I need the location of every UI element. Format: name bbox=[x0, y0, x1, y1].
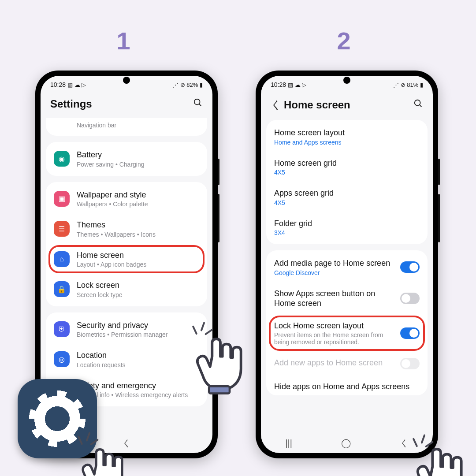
item-subtitle: 3X4 bbox=[274, 229, 420, 236]
item-subtitle: Google Discover bbox=[274, 269, 393, 276]
nav-bar: ||| ◯ く bbox=[261, 433, 433, 453]
home-option-layout[interactable]: Home screen layout Home and Apps screens bbox=[266, 122, 428, 152]
page-header: く Home screen bbox=[261, 93, 433, 120]
item-title: Themes bbox=[77, 220, 199, 230]
settings-item-home-screen[interactable]: ⌂ Home screen Layout • App icon badges bbox=[46, 244, 207, 275]
toggle-lock-layout[interactable] bbox=[400, 327, 420, 339]
item-subtitle: Wallpapers • Color palette bbox=[77, 201, 199, 208]
item-title: Home screen bbox=[77, 250, 199, 260]
tap-spark-icon bbox=[410, 434, 436, 461]
toggle-add-new-apps bbox=[400, 358, 420, 369]
item-title: Location bbox=[77, 350, 199, 361]
settings-item-wallpaper[interactable]: ▣ Wallpaper and style Wallpapers • Color… bbox=[46, 184, 207, 214]
item-title: Lock screen bbox=[77, 280, 199, 290]
item-title: Add new apps to Home screen bbox=[274, 358, 393, 368]
item-subtitle: Prevent items on the Home screen from be… bbox=[274, 331, 393, 346]
page-title: Settings bbox=[50, 98, 190, 110]
home-icon: ⌂ bbox=[54, 251, 70, 267]
gear-icon bbox=[33, 394, 82, 443]
tap-spark-icon bbox=[75, 432, 101, 458]
item-title: Apps screen grid bbox=[274, 188, 420, 198]
battery-icon: ◉ bbox=[54, 151, 70, 167]
settings-item-lock-screen[interactable]: 🔒 Lock screen Screen lock type bbox=[46, 274, 207, 305]
page-header: Settings bbox=[41, 93, 212, 118]
nav-back-icon[interactable]: く bbox=[400, 437, 409, 449]
item-title: Safety and emergency bbox=[77, 381, 199, 391]
item-subtitle: Screen lock type bbox=[77, 291, 199, 298]
item-subtitle: 4X5 bbox=[274, 169, 420, 176]
item-title: Add media page to Home screen bbox=[274, 258, 393, 268]
themes-icon: ☰ bbox=[54, 221, 70, 237]
item-title: Show Apps screen button on Home screen bbox=[274, 289, 393, 309]
nav-recents-icon[interactable]: ||| bbox=[285, 438, 292, 448]
item-title: Battery bbox=[77, 150, 199, 160]
camera-notch bbox=[123, 77, 130, 84]
status-time: 10:28 bbox=[271, 81, 286, 88]
toggle-apps-button[interactable] bbox=[400, 293, 420, 304]
nav-home-icon[interactable]: ◯ bbox=[341, 438, 351, 448]
item-subtitle: 4X5 bbox=[274, 199, 420, 206]
status-icons-right: ⋰ ⊘ 81% ▮ bbox=[393, 82, 423, 88]
item-subtitle: Power saving • Charging bbox=[77, 161, 199, 168]
home-option-hide-apps[interactable]: Hide apps on Home and Apps screens bbox=[266, 376, 428, 394]
status-icons-left: ▧ ☁ ▷ bbox=[288, 82, 306, 88]
lock-icon: 🔒 bbox=[54, 281, 70, 297]
item-subtitle: Location requests bbox=[77, 361, 199, 368]
item-title: Lock Home screen layout bbox=[274, 321, 393, 331]
step-number-1: 1 bbox=[110, 26, 137, 55]
item-title: Home screen layout bbox=[274, 128, 420, 138]
svg-line-1 bbox=[199, 104, 201, 106]
nav-back-icon[interactable]: く bbox=[122, 437, 131, 449]
item-subtitle: Biometrics • Permission manager bbox=[77, 331, 199, 338]
item-subtitle: Layout • App icon badges bbox=[77, 261, 199, 268]
page-title: Home screen bbox=[284, 99, 410, 111]
tap-spark-icon bbox=[190, 322, 216, 348]
screen: 10:28 ▧ ☁ ▷ ⋰ ⊘ 81% ▮ く Home screen Home… bbox=[261, 76, 433, 453]
svg-point-0 bbox=[194, 99, 200, 105]
back-icon[interactable]: く bbox=[271, 98, 284, 112]
item-title: Wallpaper and style bbox=[77, 190, 199, 200]
home-option-add-new-apps[interactable]: Add new apps to Home screen bbox=[266, 352, 428, 376]
step-number-2: 2 bbox=[331, 26, 357, 55]
home-option-lock-layout[interactable]: Lock Home screen layout Prevent items on… bbox=[266, 315, 428, 352]
status-icons-left: ▧ ☁ ▷ bbox=[67, 82, 86, 88]
item-title: Hide apps on Home and Apps screens bbox=[274, 382, 420, 392]
settings-item-navigation-bar[interactable]: Navigation bar bbox=[46, 120, 207, 134]
home-option-media-page[interactable]: Add media page to Home screen Google Dis… bbox=[266, 252, 428, 283]
item-subtitle: Themes • Wallpapers • Icons bbox=[77, 231, 199, 238]
status-time: 10:28 bbox=[50, 81, 66, 88]
search-icon[interactable] bbox=[190, 98, 203, 110]
shield-icon: ⛨ bbox=[54, 321, 70, 337]
status-icons-right: ⋰ ⊘ 82% ▮ bbox=[173, 82, 203, 88]
svg-line-3 bbox=[420, 105, 422, 107]
item-title: Home screen grid bbox=[274, 158, 420, 168]
search-icon[interactable] bbox=[410, 99, 423, 111]
home-option-home-grid[interactable]: Home screen grid 4X5 bbox=[266, 152, 428, 182]
svg-point-2 bbox=[415, 100, 420, 106]
home-option-folder-grid[interactable]: Folder grid 3X4 bbox=[266, 212, 428, 243]
toggle-media-page[interactable] bbox=[400, 261, 420, 273]
home-option-apps-grid[interactable]: Apps screen grid 4X5 bbox=[266, 182, 428, 212]
item-title: Security and privacy bbox=[77, 320, 199, 331]
settings-item-battery[interactable]: ◉ Battery Power saving • Charging bbox=[46, 144, 207, 174]
home-option-apps-button[interactable]: Show Apps screen button on Home screen bbox=[266, 283, 428, 315]
camera-notch bbox=[343, 77, 350, 84]
item-subtitle: Home and Apps screens bbox=[274, 139, 420, 146]
item-title: Folder grid bbox=[274, 219, 420, 229]
location-icon: ◎ bbox=[54, 351, 70, 367]
settings-item-location[interactable]: ◎ Location Location requests bbox=[46, 344, 207, 375]
phone-frame-2: 10:28 ▧ ☁ ▷ ⋰ ⊘ 81% ▮ く Home screen Home… bbox=[256, 71, 438, 458]
settings-item-themes[interactable]: ☰ Themes Themes • Wallpapers • Icons bbox=[46, 214, 207, 244]
wallpaper-icon: ▣ bbox=[54, 191, 70, 207]
settings-item-security[interactable]: ⛨ Security and privacy Biometrics • Perm… bbox=[46, 314, 207, 345]
